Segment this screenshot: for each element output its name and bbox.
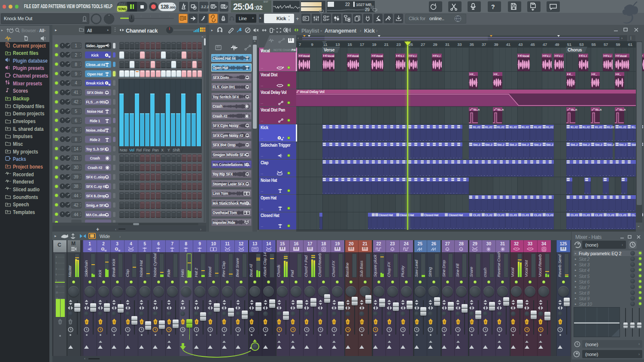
- svg-text:Master: Master: [67, 265, 72, 277]
- svg-text:Pad: Pad: [290, 270, 295, 277]
- svg-text:Plucky: Plucky: [400, 265, 405, 277]
- svg-text:Chords: Chords: [276, 265, 281, 277]
- svg-text:Break Kick: Break Kick: [111, 258, 116, 277]
- svg-text:Chorus: Chorus: [568, 48, 582, 52]
- svg-text:Chord FX: Chord FX: [331, 260, 336, 277]
- svg-text:Wood: Wood: [207, 266, 212, 277]
- svg-text:Sidechain: Sidechain: [84, 260, 88, 277]
- svg-text:Noise Cymbal: Noise Cymbal: [152, 253, 157, 277]
- svg-text:Saw Lead: Saw Lead: [414, 259, 419, 277]
- svg-text:Ride: Ride: [166, 269, 171, 277]
- svg-text:Sub Bass: Sub Bass: [359, 260, 364, 277]
- svg-text:Clap: Clap: [125, 269, 130, 277]
- svg-text:Hats: Hats: [180, 269, 185, 277]
- svg-text:String: String: [428, 267, 432, 277]
- svg-text:Chord + Pad: Chord + Pad: [304, 255, 308, 277]
- svg-text:Reverb Send: Reverb Send: [557, 254, 562, 277]
- svg-text:Sine Drop: Sine Drop: [441, 260, 446, 277]
- svg-text:Beat All: Beat All: [249, 264, 253, 277]
- svg-text:Reverse Crash: Reverse Crash: [496, 252, 501, 277]
- svg-text:Chop FX: Chop FX: [386, 262, 391, 277]
- svg-text:Hat 2: Hat 2: [194, 268, 198, 277]
- svg-text:Bassline: Bassline: [345, 262, 349, 277]
- svg-text:Vocal Dist: Vocal Dist: [524, 260, 529, 277]
- svg-text:crash: crash: [483, 268, 487, 277]
- svg-text:Vocal Reverb: Vocal Reverb: [538, 254, 542, 277]
- svg-text:Verse: Verse: [324, 48, 335, 52]
- svg-text:Attack Clap 14: Attack Clap 14: [262, 252, 267, 278]
- svg-text:Kick: Kick: [97, 269, 102, 277]
- svg-text:Sine Fill: Sine Fill: [455, 263, 460, 277]
- svg-text:Beat Snare: Beat Snare: [235, 258, 240, 277]
- svg-text:Rev Clap: Rev Clap: [221, 261, 226, 277]
- svg-text:Vocal: Vocal: [510, 267, 515, 277]
- svg-text:Chord Reverb: Chord Reverb: [317, 253, 322, 277]
- svg-text:Noise Hat: Noise Hat: [139, 260, 143, 277]
- svg-text:Square pluck: Square pluck: [373, 254, 377, 277]
- svg-text:3.2.1: 3.2.1: [201, 5, 209, 9]
- svg-text:?: ?: [491, 3, 495, 10]
- svg-text:Snare: Snare: [469, 267, 474, 277]
